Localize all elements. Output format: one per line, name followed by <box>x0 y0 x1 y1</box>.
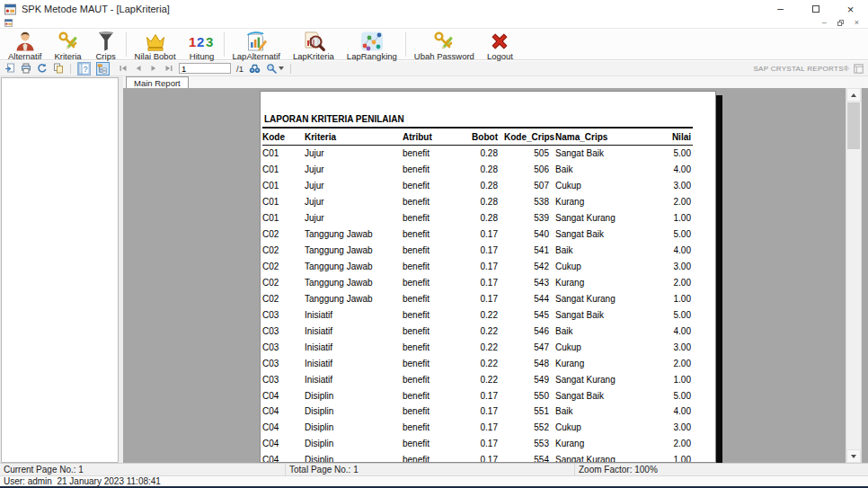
table-cell: 0.22 <box>454 359 498 368</box>
column-header: Kode <box>262 132 305 142</box>
toolbar-button-lapkriteria[interactable]: LapKriteria <box>287 30 341 61</box>
table-cell: 1.00 <box>669 213 691 223</box>
table-cell: Inisiatif <box>305 326 403 336</box>
table-cell: Kurang <box>549 439 669 448</box>
zoom-dropdown-caret[interactable] <box>279 67 284 70</box>
table-cell: C04 <box>262 439 305 448</box>
table-cell: 0.17 <box>454 294 498 304</box>
toolbar-button-alternatif[interactable]: Alternatif <box>2 30 49 61</box>
toolbar-button-logout[interactable]: Logout <box>481 30 519 61</box>
column-header: Nilai <box>669 132 691 142</box>
toolbar-button-label: Ubah Password <box>414 51 474 61</box>
sap-crystal-reports-brand: SAP CRYSTAL REPORTS® <box>753 64 864 74</box>
zoom-icon[interactable] <box>266 63 284 75</box>
svg-text:?: ? <box>84 65 88 74</box>
toolbar-button-crips[interactable]: Crips <box>88 30 124 61</box>
table-row: C04Disiplinbenefit0.17550Sangat Baik5.00 <box>262 387 691 404</box>
go-first-icon[interactable] <box>119 63 128 75</box>
table-cell: 0.17 <box>454 439 498 448</box>
scroll-down-button[interactable] <box>846 449 861 463</box>
table-cell: C02 <box>262 229 305 239</box>
table-cell: 549 <box>498 375 549 385</box>
status-zoom-factor: Zoom Factor: 100% <box>575 464 868 475</box>
key-pencil-icon <box>57 31 80 51</box>
page-number-input[interactable] <box>179 63 231 74</box>
table-cell: 3.00 <box>669 342 691 352</box>
table-cell: 507 <box>498 181 549 191</box>
table-cell: 1.00 <box>669 455 691 463</box>
table-cell: benefit <box>403 422 454 432</box>
toolbar-button-nilai-bobot[interactable]: Nilai Bobot <box>128 30 182 61</box>
table-cell: 543 <box>498 278 549 288</box>
find-icon[interactable] <box>249 63 261 75</box>
maximize-button[interactable] <box>798 0 833 18</box>
report-table-body: C01Jujurbenefit0.28505Sangat Baik5.00C01… <box>262 146 691 463</box>
column-header: Kriteria <box>305 132 403 142</box>
mdi-child-row: – × <box>0 18 868 29</box>
table-cell: C02 <box>262 245 305 255</box>
toolbar-button-laprangking[interactable]: LapRangking <box>341 30 403 61</box>
table-cell: Kurang <box>549 197 669 207</box>
table-cell: Cukup <box>549 181 669 191</box>
vertical-scrollbar[interactable] <box>846 88 862 463</box>
window-controls: – × <box>763 0 868 18</box>
table-cell: C02 <box>262 294 305 304</box>
table-cell: 0.28 <box>454 213 498 223</box>
table-row: C04Disiplinbenefit0.17553Kurang2.00 <box>262 436 691 452</box>
page-shadow <box>716 95 722 463</box>
table-cell: C03 <box>262 342 305 352</box>
table-cell: Sangat Kurang <box>549 213 669 223</box>
go-last-icon[interactable] <box>164 63 173 75</box>
table-cell: benefit <box>403 148 454 158</box>
scrollbar-thumb[interactable] <box>847 102 860 149</box>
toolbar-button-lapalternatif[interactable]: LapAlternatif <box>226 30 287 61</box>
table-cell: Tanggung Jawab <box>305 262 403 271</box>
toggle-group-tree-icon[interactable] <box>96 62 110 75</box>
toolbar-button-hitung[interactable]: 123Hitung <box>182 30 222 61</box>
table-cell: Kurang <box>549 359 669 368</box>
go-next-icon[interactable] <box>149 63 158 75</box>
mdi-restore-button[interactable] <box>837 20 844 26</box>
table-cell: Tanggung Jawab <box>305 278 403 288</box>
table-cell: benefit <box>403 406 454 416</box>
scroll-up-button[interactable] <box>846 88 861 102</box>
table-cell: Sangat Baik <box>549 148 669 158</box>
toggle-parameter-panel-icon[interactable]: ? <box>77 62 91 75</box>
print-icon[interactable] <box>21 63 31 75</box>
table-cell: Disiplin <box>305 455 403 463</box>
panel-layout-icon <box>854 64 864 74</box>
table-cell: 551 <box>498 406 549 416</box>
status-total-page: Total Page No.: 1 <box>286 464 575 475</box>
table-cell: 0.22 <box>454 310 498 320</box>
table-cell: Sangat Kurang <box>549 375 669 385</box>
funnel-icon <box>94 31 118 51</box>
tab-main-report[interactable]: Main Report <box>126 76 189 88</box>
table-cell: C03 <box>262 359 305 368</box>
column-header: Nama_Crips <box>549 132 669 142</box>
table-cell: 0.22 <box>454 342 498 352</box>
table-cell: benefit <box>403 326 454 336</box>
table-cell: C01 <box>262 197 305 207</box>
toolbar-button-kriteria[interactable]: Kriteria <box>49 30 88 61</box>
table-row: C01Jujurbenefit0.28506Baik4.00 <box>262 162 691 178</box>
table-cell: C04 <box>262 406 305 416</box>
toolbar-button-ubah-password[interactable]: Ubah Password <box>408 30 481 61</box>
toolbar-separator <box>290 64 291 74</box>
toolbar-button-label: LapKriteria <box>293 51 334 61</box>
table-cell: 4.00 <box>669 406 691 416</box>
close-button[interactable]: × <box>833 0 868 18</box>
page-navigation <box>119 63 173 75</box>
mdi-close-button[interactable]: × <box>855 19 859 27</box>
svg-text:3: 3 <box>206 34 213 49</box>
mdi-minimize-button[interactable]: – <box>822 19 827 27</box>
table-cell: Jujur <box>305 164 403 174</box>
window-title: SPK Metode MAUT - [LapKriteria] <box>22 4 170 14</box>
table-cell: 506 <box>498 164 549 174</box>
refresh-icon[interactable] <box>37 63 48 75</box>
toolbar-button-label: LapAlternatif <box>233 51 280 61</box>
export-icon[interactable] <box>4 63 15 75</box>
copy-icon[interactable] <box>53 63 64 75</box>
status-bar: Current Page No.: 1 Total Page No.: 1 Zo… <box>0 463 868 475</box>
minimize-button[interactable]: – <box>763 0 798 18</box>
go-previous-icon[interactable] <box>134 63 143 75</box>
